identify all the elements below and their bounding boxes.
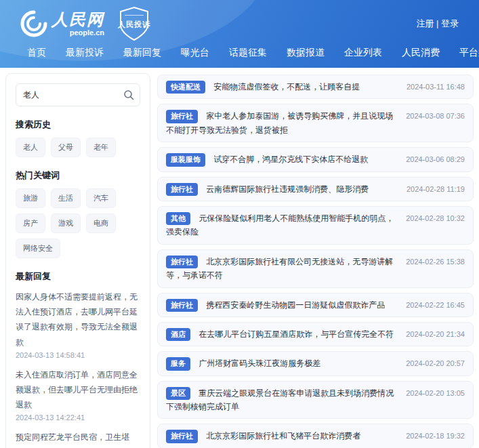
complaint-date: 2024-03-08 07:36 xyxy=(406,109,465,123)
category-badge: 服务 xyxy=(166,357,190,370)
search-icon[interactable] xyxy=(123,89,134,100)
complaint-date: 2024-02-18 19:32 xyxy=(406,429,465,443)
complaint-row[interactable]: 2024-03-11 16:48 快递配送 安能物流虚假签收，不配送，让顾客自提 xyxy=(157,75,474,99)
logo-text: 人民网 people.cn xyxy=(51,12,104,37)
complaint-list: 2024-03-11 16:48 快递配送 安能物流虚假签收，不配送，让顾客自提… xyxy=(157,73,474,448)
logo-swirl-icon xyxy=(20,10,47,37)
nav-item-platform-notice[interactable]: 平台须知 xyxy=(459,47,479,59)
history-tag[interactable]: 父母 xyxy=(51,138,81,157)
category-badge: 其他 xyxy=(166,212,190,225)
search-history-tags: 老人 父母 老年 xyxy=(16,138,140,157)
logo-title: 人民网 xyxy=(51,12,104,28)
search-history-title: 搜索历史 xyxy=(16,119,140,131)
complaint-title: 试穿不合脚，鸿星尔克线下实体店不给退款 xyxy=(213,155,368,164)
complaint-row[interactable]: 2024-02-20 21:34 酒店 在去哪儿平台订购五星酒店欺诈，与平台宣传… xyxy=(157,322,474,346)
complaint-title: 云南德辉国际旅行社违规强制消费、隐形消费 xyxy=(206,184,369,194)
search-box xyxy=(16,83,140,106)
complaint-date: 2024-02-20 13:05 xyxy=(406,386,465,401)
nav-item-topic-collection[interactable]: 话题征集 xyxy=(229,47,267,59)
complaint-title: 携程西安秦岭野生动物园一日游疑似虚假欺诈产品 xyxy=(206,300,385,310)
hot-keyword-tag[interactable]: 汽车 xyxy=(86,188,116,208)
complaint-date: 2024-02-20 21:34 xyxy=(406,327,465,342)
complaint-title: 元保保险疑似利用老人不能熟练使用智能手机的弱点，强卖保险 xyxy=(166,213,394,237)
people-cn-logo[interactable]: 人民网 people.cn xyxy=(20,10,104,37)
complaint-date: 2024-02-22 16:45 xyxy=(406,298,465,312)
nav-item-latest-replies[interactable]: 最新回复 xyxy=(123,47,161,59)
complaint-date: 2024-03-11 16:48 xyxy=(407,80,465,94)
reply-text: 因家人身体不适需要提前返程，无法入住预订酒店，去哪儿网平台延误了退款有效期，导致… xyxy=(16,289,140,350)
hot-keyword-tag[interactable]: 电商 xyxy=(86,213,116,233)
logo-subtitle: people.cn xyxy=(70,29,104,37)
nav-item-exposure[interactable]: 曝光台 xyxy=(181,47,209,59)
complaint-date: 2024-02-20 20:57 xyxy=(406,357,465,371)
main-nav: 首页 最新投诉 最新回复 曝光台 话题征集 数据报道 企业列表 人民消费 平台须… xyxy=(0,39,479,66)
category-badge: 旅行社 xyxy=(166,299,198,312)
complaint-row[interactable]: 2024-02-20 13:05 景区 重庆云端之眼观景台在游客申请退款且未到场… xyxy=(157,381,474,420)
complaint-row[interactable]: 2024-03-08 07:36 旅行社 家中老人参加泰国游，被诱导购买佛牌，并… xyxy=(157,104,474,142)
register-login-links[interactable]: 注册 | 登录 xyxy=(416,18,459,30)
history-tag[interactable]: 老年 xyxy=(86,138,116,157)
complaint-row[interactable]: 2024-02-18 19:32 旅行社 北京京彩国际旅行社和飞猪平台欺诈消费者 xyxy=(157,424,474,448)
reply-text: 未入住酒店取消订单，酒店同意全额退款，但去哪儿平台无理由拒绝退款 xyxy=(16,367,140,413)
category-badge: 旅行社 xyxy=(166,256,198,268)
reply-item[interactable]: 因家人身体不适需要提前返程，无法入住预订酒店，去哪儿网平台延误了退款有效期，导致… xyxy=(16,289,140,359)
complaint-title: 安能物流虚假签收，不配送，让顾客自提 xyxy=(213,82,360,91)
complaint-title: 北京京彩国际旅行社有限公司无接送站，无导游讲解等，与承诺不符 xyxy=(166,257,393,280)
complaint-row[interactable]: 2024-02-22 16:45 旅行社 携程西安秦岭野生动物园一日游疑似虚假欺… xyxy=(157,293,474,317)
category-badge: 酒店 xyxy=(166,328,190,341)
complaint-date: 2024-03-06 08:29 xyxy=(406,152,465,167)
hot-keyword-tag[interactable]: 游戏 xyxy=(51,213,81,233)
complaint-row[interactable]: 2024-02-20 20:57 服务 广州塔财富码头珠江夜游服务极差 xyxy=(157,351,474,375)
latest-replies-title: 最新回复 xyxy=(16,270,140,283)
complaint-shield-badge: 人民投诉 xyxy=(115,6,153,41)
search-input[interactable] xyxy=(16,83,140,106)
complaint-title: 北京京彩国际旅行社和飞猪平台欺诈消费者 xyxy=(206,431,360,441)
page-content: 搜索历史 老人 父母 老年 热门关键词 旅游 生活 汽车 房产 游戏 电商 网络… xyxy=(0,68,479,448)
complaint-date: 2024-02-26 15:38 xyxy=(406,255,465,269)
shield-decor-line xyxy=(125,15,144,16)
complaint-row[interactable]: 2024-02-28 11:19 旅行社 云南德辉国际旅行社违规强制消费、隐形消… xyxy=(157,177,474,201)
sidebar-panel: 搜索历史 老人 父母 老年 热门关键词 旅游 生活 汽车 房产 游戏 电商 网络… xyxy=(5,73,150,448)
nav-item-home[interactable]: 首页 xyxy=(27,47,46,59)
history-tag[interactable]: 老人 xyxy=(16,138,45,157)
reply-date: 2024-03-13 14:22:41 xyxy=(16,413,140,422)
complaint-title: 在去哪儿平台订购五星酒店欺诈，与平台宣传完全不符 xyxy=(199,329,394,339)
nav-item-latest-complaints[interactable]: 最新投诉 xyxy=(66,47,104,59)
complaint-title: 广州塔财富码头珠江夜游服务极差 xyxy=(199,359,320,368)
category-badge: 景区 xyxy=(166,387,190,400)
complaint-row[interactable]: 2024-03-06 08:29 服装服饰 试穿不合脚，鸿星尔克线下实体店不给退… xyxy=(157,147,474,171)
nav-platform-notice-label: 平台须知 xyxy=(459,47,479,59)
complaint-date: 2024-02-28 11:19 xyxy=(407,182,465,197)
nav-item-data-reports[interactable]: 数据报道 xyxy=(287,47,325,59)
nav-item-company-list[interactable]: 企业列表 xyxy=(344,47,382,59)
complaint-row[interactable]: 2024-02-28 10:32 其他 元保保险疑似利用老人不能熟练使用智能手机… xyxy=(157,206,474,245)
header-top-row: 人民网 people.cn 人民投诉 注册 | 登录 xyxy=(0,0,479,39)
complaint-title: 重庆云端之眼观景台在游客申请退款且未到场消费情况下强制核销完成订单 xyxy=(166,388,394,411)
complaint-title: 家中老人参加泰国游，被诱导购买佛牌，并且说现场不能打开导致无法验货，退货被拒 xyxy=(166,111,393,134)
complaint-date: 2024-02-28 10:32 xyxy=(406,211,465,226)
hot-keyword-tag[interactable]: 网络安全 xyxy=(16,239,60,258)
nav-item-people-consumption[interactable]: 人民消费 xyxy=(402,47,440,59)
hot-keyword-tag[interactable]: 房产 xyxy=(16,213,45,233)
hot-keyword-tag[interactable]: 旅游 xyxy=(16,188,45,208)
category-badge: 服装服饰 xyxy=(166,153,205,166)
category-badge: 旅行社 xyxy=(166,430,198,443)
reply-date: 2024-03-13 14:58:41 xyxy=(16,351,140,359)
hot-keywords-title: 热门关键词 xyxy=(16,169,140,182)
reply-text: 预定同程艺龙平台民宿，卫生堪忧，有严重安全隐患，拒绝入住后要求全额退款遭拒 xyxy=(16,430,140,448)
reply-item[interactable]: 未入住酒店取消订单，酒店同意全额退款，但去哪儿平台无理由拒绝退款 2024-03… xyxy=(16,367,140,422)
hot-keyword-tag[interactable]: 生活 xyxy=(51,188,81,208)
reply-item[interactable]: 预定同程艺龙平台民宿，卫生堪忧，有严重安全隐患，拒绝入住后要求全额退款遭拒 20… xyxy=(16,430,140,448)
category-badge: 旅行社 xyxy=(166,183,198,196)
category-badge: 旅行社 xyxy=(166,110,198,123)
complaint-row[interactable]: 2024-02-26 15:38 旅行社 北京京彩国际旅行社有限公司无接送站，无… xyxy=(157,249,474,288)
hot-keywords-tags: 旅游 生活 汽车 房产 游戏 电商 网络安全 xyxy=(16,188,140,258)
category-badge: 快递配送 xyxy=(166,81,205,94)
header-banner: 人民网 people.cn 人民投诉 注册 | 登录 首页 最新投诉 最新回复 … xyxy=(0,0,479,68)
shield-label: 人民投诉 xyxy=(115,20,153,30)
